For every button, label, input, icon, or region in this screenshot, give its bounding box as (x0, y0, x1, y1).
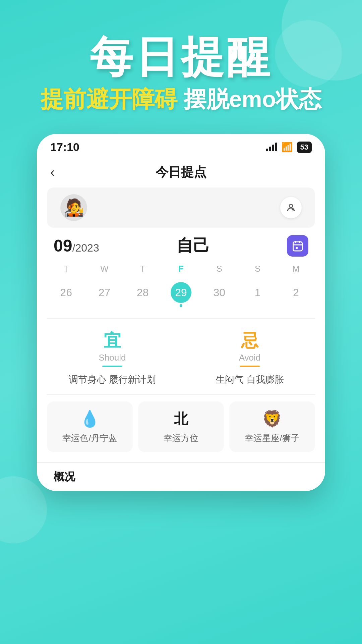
avoid-underline (240, 366, 260, 367)
should-avoid-section: 宜 Should 调节身心 履行新计划 忌 Avoid 生闷气 自我膨胀 (37, 319, 325, 394)
weekday-0: T (47, 264, 85, 274)
weekday-5: S (238, 264, 277, 274)
page: 每日提醒 提前避开障碍 摆脱emo状态 17:10 📶 53 ‹ (0, 0, 362, 644)
svg-point-0 (289, 204, 293, 208)
person-name: 自己 (176, 234, 210, 257)
wifi-icon: 📶 (281, 142, 293, 153)
calendar-button[interactable] (287, 235, 308, 257)
date-label: 09/2023 (54, 236, 99, 256)
date-year: /2023 (72, 242, 99, 254)
date-26[interactable]: 26 (47, 277, 85, 312)
bottom-nav-label[interactable]: 概况 (54, 471, 75, 483)
manage-profile-button[interactable] (280, 197, 302, 218)
lucky-direction-card: 北 幸运方位 (138, 401, 224, 452)
calendar-icon (292, 240, 304, 252)
week-calendar: T W T F S S M 26 27 28 29 (37, 260, 325, 318)
signal-icon (266, 143, 277, 151)
app-header: ‹ 今日提点 (37, 157, 325, 187)
avoid-title: 忌 (184, 329, 315, 353)
date-27[interactable]: 27 (85, 277, 123, 312)
svg-rect-3 (293, 242, 302, 251)
app-title: 今日提点 (156, 164, 206, 181)
weekday-6: M (277, 264, 315, 274)
person-icon (286, 203, 296, 213)
weekday-4: S (200, 264, 238, 274)
should-subtitle: Should (47, 353, 178, 363)
status-icons: 📶 53 (266, 142, 312, 153)
lucky-direction-label: 幸运方位 (164, 432, 198, 444)
lucky-direction-icon: 北 (174, 410, 188, 428)
week-days-header: T W T F S S M (47, 264, 315, 274)
date-section: 09/2023 自己 (37, 228, 325, 260)
date-2[interactable]: 2 (277, 277, 315, 312)
avoid-items: 生闷气 自我膨胀 (184, 372, 315, 387)
svg-rect-7 (296, 247, 298, 249)
sub-title: 提前避开障碍 摆脱emo状态 (0, 84, 362, 114)
lucky-color-icon: 💧 (80, 410, 100, 428)
signal-bar-1 (266, 149, 268, 151)
date-29[interactable]: 29 (162, 277, 200, 312)
status-bar: 17:10 📶 53 (37, 134, 325, 157)
avoid-subtitle: Avoid (184, 353, 315, 363)
should-title: 宜 (47, 329, 178, 353)
phone-mockup: 17:10 📶 53 ‹ 今日提点 🧑‍🎤 (37, 134, 325, 491)
date-28[interactable]: 28 (124, 277, 162, 312)
lucky-color-card: 💧 幸运色/丹宁蓝 (47, 401, 133, 452)
lucky-color-label: 幸运色/丹宁蓝 (62, 432, 117, 444)
status-time: 17:10 (50, 141, 79, 154)
header-section: 每日提醒 提前避开障碍 摆脱emo状态 (0, 0, 362, 120)
bottom-section: 概况 (37, 462, 325, 491)
back-button[interactable]: ‹ (50, 165, 55, 180)
battery-badge: 53 (297, 142, 312, 153)
date-30[interactable]: 30 (200, 277, 238, 312)
avatar-image: 🧑‍🎤 (63, 198, 84, 217)
signal-bar-4 (275, 143, 277, 151)
profile-avatar[interactable]: 🧑‍🎤 (60, 194, 87, 221)
weekday-2: T (124, 264, 162, 274)
weekday-3: F (162, 264, 200, 274)
signal-bar-3 (272, 145, 274, 151)
date-month: 09 (54, 236, 72, 255)
sub-title-white: 摆脱emo状态 (184, 86, 322, 112)
should-underline (102, 366, 122, 367)
sub-title-yellow: 提前避开障碍 (41, 86, 177, 112)
lucky-zodiac-card: 🦁 幸运星座/狮子 (229, 401, 315, 452)
lucky-zodiac-label: 幸运星座/狮子 (245, 432, 299, 444)
main-title: 每日提醒 (0, 34, 362, 81)
avoid-column: 忌 Avoid 生闷气 自我膨胀 (184, 329, 315, 387)
date-1[interactable]: 1 (238, 277, 277, 312)
profile-section: 🧑‍🎤 (47, 187, 315, 228)
should-items: 调节身心 履行新计划 (47, 372, 178, 387)
active-dot (180, 304, 182, 307)
week-dates: 26 27 28 29 30 1 2 (47, 277, 315, 312)
should-column: 宜 Should 调节身心 履行新计划 (47, 329, 178, 387)
signal-bar-2 (269, 147, 271, 151)
lucky-section: 💧 幸运色/丹宁蓝 北 幸运方位 🦁 幸运星座/狮子 (37, 395, 325, 462)
weekday-1: W (85, 264, 123, 274)
lucky-zodiac-icon: 🦁 (262, 410, 282, 428)
